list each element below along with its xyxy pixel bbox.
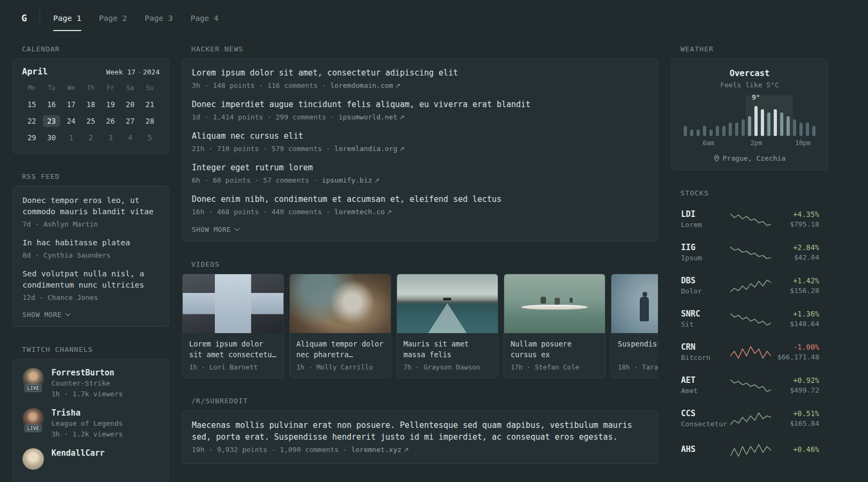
avatar: LIVE [23, 408, 44, 430]
video-card[interactable]: Nullam posuere cursus ex17h · Stefan Col… [504, 274, 605, 378]
hackernews-item-domain-link[interactable]: loremlandia.org ↗ [334, 145, 405, 153]
twitch-header: TWITCH CHANNELS [22, 345, 169, 353]
external-link-icon: ↗ [398, 114, 405, 121]
calendar-day: 18 [81, 96, 101, 112]
hackernews-show-more-button[interactable]: SHOW MORE [192, 225, 648, 234]
calendar-day: 21 [140, 96, 160, 112]
weather-bar [767, 112, 770, 136]
stock-sparkline [730, 442, 771, 458]
stock-row[interactable]: SNRCSit+1.36%$148.64 [671, 302, 828, 335]
hackernews-item: Lorem ipsum dolor sit amet, consectetur … [192, 67, 648, 91]
stock-row[interactable]: CCSConsectetur+0.51%$165.84 [671, 402, 828, 435]
nav-tab-4[interactable]: Page 4 [190, 0, 218, 36]
subreddit-widget: /R/SUBREDDIT Maecenas mollis pulvinar er… [182, 397, 658, 464]
weather-bar [684, 126, 687, 136]
live-badge: LIVE [25, 385, 42, 392]
rss-item-title[interactable]: Donec tempor eros leo, ut commodo mauris… [23, 195, 159, 217]
stock-name: Lorem [681, 221, 730, 229]
stock-name: Bitcorn [681, 353, 730, 362]
hackernews-item-meta: 1d · 1,414 points · 299 comments · ipsum… [192, 112, 648, 122]
stock-info: CCSConsectetur [681, 409, 730, 428]
weather-bar [709, 130, 713, 136]
calendar-day: 5 [140, 129, 160, 146]
left-column: CALENDAR April Week 17·2024 MoTuWeThFrSa… [13, 45, 169, 482]
nav-tab-3[interactable]: Page 3 [145, 0, 173, 36]
nav-tab-2[interactable]: Page 2 [99, 0, 127, 36]
twitch-channel[interactable]: KendallCarr [23, 448, 159, 470]
stock-symbol: DBS [681, 276, 730, 285]
channel-name: Trisha [51, 408, 123, 418]
calendar-day: 24 [61, 112, 81, 129]
hackernews-item-title[interactable]: Integer eget rutrum lorem [192, 162, 648, 174]
hackernews-item-title[interactable]: Aliquam nec cursus elit [192, 131, 648, 142]
video-card[interactable]: Lorem ipsum dolor sit amet consectetu…1h… [182, 274, 284, 378]
video-card[interactable]: Aliquam tempor dolor nec pharetra…1h · M… [289, 274, 391, 378]
video-card[interactable]: Suspendisse diam18h · Tara [611, 274, 658, 378]
hackernews-item-title[interactable]: Donec imperdiet augue tincidunt felis al… [192, 99, 648, 110]
subreddit-post-title[interactable]: Maecenas mollis pulvinar erat non posuer… [192, 419, 648, 443]
hackernews-item-title[interactable]: Lorem ipsum dolor sit amet, consectetur … [192, 67, 648, 79]
stock-info: DBSDolor [681, 276, 730, 295]
stock-row[interactable]: AETAmet+0.92%$499.72 [671, 368, 828, 402]
twitch-channel[interactable]: LIVEForrestBurtonCounter-Strike1h · 1.7k… [23, 368, 159, 399]
nav-tab-1[interactable]: Page 1 [53, 0, 81, 36]
calendar-widget: CALENDAR April Week 17·2024 MoTuWeThFrSa… [13, 45, 169, 154]
video-thumbnail-cross [183, 274, 283, 333]
stock-row[interactable]: IIGIpsum+2.84%$42.04 [671, 236, 828, 269]
video-thumbnail-canoe [504, 274, 605, 333]
hackernews-item-stats: 6h · 60 points · 57 comments · [192, 176, 322, 184]
stock-price: $499.72 [790, 386, 819, 394]
stock-row[interactable]: CRNBitcorn-1.00%$66,171.48 [671, 335, 828, 368]
hackernews-item-domain-link[interactable]: ipsumify.biz ↗ [322, 176, 380, 184]
stock-info: AETAmet [681, 375, 730, 395]
stock-name: Amet [681, 387, 730, 395]
app-logo[interactable]: G [21, 13, 40, 24]
calendar-day-name: Mo [22, 82, 42, 96]
stock-info: LDILorem [681, 209, 730, 229]
hackernews-item-title[interactable]: Donec enim nibh, condimentum et accumsan… [192, 194, 648, 205]
rss-show-more-button[interactable]: SHOW MORE [23, 311, 159, 319]
rss-card: Donec tempor eros leo, ut commodo mauris… [13, 186, 169, 327]
video-card[interactable]: Mauris sit amet massa felis7h · Grayson … [396, 274, 498, 378]
videos-widget: VIDEOS Lorem ipsum dolor sit amet consec… [182, 260, 658, 378]
weather-bar [735, 123, 738, 136]
stock-price: $795.18 [790, 220, 819, 228]
live-badge: LIVE [25, 425, 42, 432]
weather-bars [684, 104, 815, 136]
rss-widget: RSS FEED Donec tempor eros leo, ut commo… [13, 172, 169, 327]
channel-info: KendallCarr [51, 448, 104, 470]
avatar-image [23, 448, 44, 470]
stock-row[interactable]: LDILorem+4.35%$795.18 [671, 202, 828, 236]
stock-change: +0.92% [790, 376, 819, 385]
twitch-channel[interactable]: LIVETrishaLeague of Legends3h · 1.2k vie… [23, 408, 159, 439]
weather-bar [703, 126, 706, 136]
calendar-card: April Week 17·2024 MoTuWeThFrSaSu 151617… [13, 58, 169, 154]
stock-values: +1.42%$156.28 [790, 276, 819, 295]
stock-row[interactable]: AHS+0.46% [671, 435, 828, 465]
subreddit-post-domain-link[interactable]: loremnet.xyz ↗ [351, 446, 409, 454]
rss-item-title[interactable]: Sed volutpat nulla nisl, a condimentum n… [23, 268, 159, 291]
stock-values: +0.51%$165.84 [790, 409, 819, 427]
calendar-days-grid: 1516171819202122232425262728293012345 [22, 96, 160, 146]
avatar: LIVE [23, 368, 44, 389]
stock-change: +4.35% [790, 210, 819, 219]
video-card-body: Aliquam tempor dolor nec pharetra…1h · M… [290, 333, 391, 378]
hackernews-item-domain-link[interactable]: loremdomain.com ↗ [330, 81, 400, 89]
weather-header: WEATHER [680, 45, 828, 53]
hackernews-item-domain-link[interactable]: loremtech.co ↗ [334, 208, 392, 216]
stock-name: Dolor [681, 287, 730, 295]
hackernews-item-stats: 21h · 710 points · 579 comments · [192, 145, 334, 153]
stock-symbol: AET [681, 375, 730, 385]
video-card-body: Lorem ipsum dolor sit amet consectetu…1h… [183, 333, 283, 378]
rss-item-title[interactable]: In hac habitasse platea [23, 237, 159, 248]
calendar-day: 28 [140, 112, 160, 129]
dashboard-content: CALENDAR April Week 17·2024 MoTuWeThFrSa… [0, 36, 868, 482]
stock-price: $66,171.48 [777, 353, 819, 361]
middle-column: HACKER NEWS Lorem ipsum dolor sit amet, … [182, 45, 658, 482]
stock-symbol: AHS [681, 445, 730, 454]
video-title: Mauris sit amet massa felis [403, 338, 491, 360]
hackernews-item-domain-link[interactable]: ipsumworld.net ↗ [339, 113, 405, 121]
calendar-day-name: Tu [42, 82, 62, 96]
stock-row[interactable]: DBSDolor+1.42%$156.28 [671, 269, 828, 302]
video-title: Nullam posuere cursus ex [511, 338, 598, 360]
